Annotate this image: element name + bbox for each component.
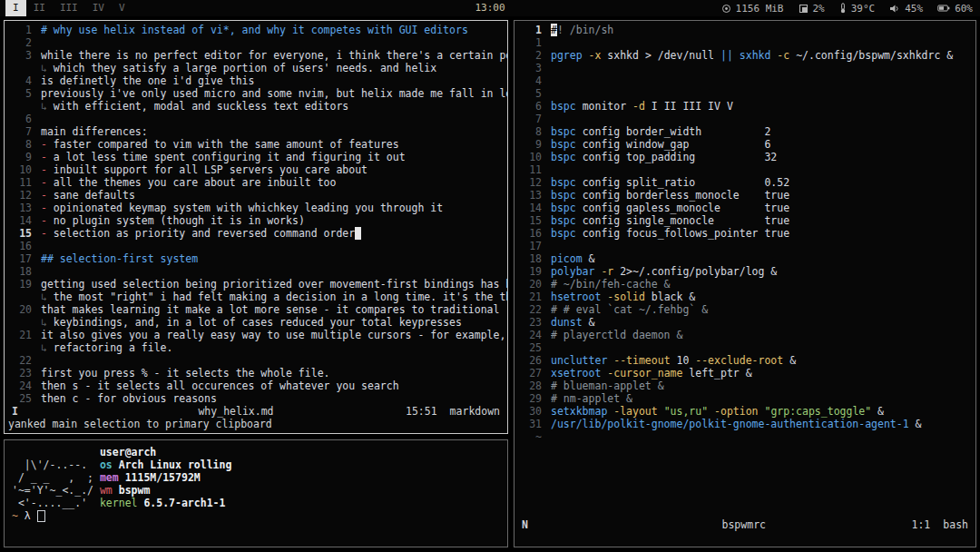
right-editor-code: 1#! /bin/sh12pgrep -x sxhkd > /dev/null … [514, 21, 975, 443]
editor-line: ↳ the most "right" i had felt making a d… [5, 291, 507, 303]
line-number: 9 [5, 151, 32, 163]
editor-line: 19getting used selection being prioritiz… [5, 278, 507, 291]
line-number: 9 [514, 138, 542, 151]
line-number: 20 [5, 303, 32, 316]
editor-line: 18picom & [514, 252, 975, 265]
editor-line: 24# playerctld daemon & [514, 329, 975, 341]
editor-line: 17## selection-first system [5, 252, 507, 265]
line-number [5, 316, 32, 329]
editor-line: 9bspc config window_gap 6 [514, 138, 975, 151]
editor-line: ↳ refactoring a file. [5, 341, 507, 354]
editor-line: ~ [514, 430, 975, 443]
editor-line: 21it also gives you a really easy way to… [5, 329, 507, 341]
right-filename: bspwmrc [576, 518, 912, 531]
line-number: 24 [514, 329, 542, 341]
editor-line: 5 [514, 87, 975, 100]
line-number: 21 [514, 291, 542, 303]
workspace-II[interactable]: II [26, 0, 53, 16]
volume-icon [889, 4, 900, 14]
workspace-III[interactable]: III [53, 0, 85, 16]
line-number: 3 [5, 49, 32, 62]
battery-icon [937, 4, 950, 13]
volume-module[interactable]: 45% [889, 3, 923, 15]
terminal-window[interactable]: user@arch |\'/-..--. os Arch Linux rolli… [4, 439, 508, 547]
line-number: 15 [5, 227, 32, 240]
terminal-line: ~ λ [12, 509, 507, 522]
memory-module: 1156 MiB [721, 3, 784, 15]
editor-line: 29# nm-applet & [514, 392, 975, 405]
text-cursor [355, 227, 361, 240]
editor-line: 6 [5, 113, 507, 125]
line-number: 21 [5, 329, 32, 341]
line-number: 4 [514, 74, 542, 87]
text-cursor: # [551, 24, 557, 36]
line-number: 25 [5, 392, 32, 405]
editor-line: 18 [5, 265, 507, 278]
editor-line: 3while there is no perfect editor for ev… [5, 49, 507, 62]
line-number: 6 [5, 113, 32, 125]
line-number: 14 [514, 202, 542, 214]
editor-line: 17 [514, 240, 975, 252]
helix-editor-left[interactable]: 1# why use helix instead of vi*, and why… [4, 20, 508, 434]
line-number: 11 [514, 163, 542, 176]
line-number: 13 [5, 202, 32, 214]
editor-line: 23first you press % - it selects the who… [5, 367, 507, 380]
editor-line: ↳ keybindings, and, in a lot of cases re… [5, 316, 507, 329]
editor-line: 15bspc config single_monocle true [514, 214, 975, 227]
polybar: I II III IV V 13:00 1156 MiB 2% 39°C 45%… [0, 0, 980, 16]
editor-line: 9- a lot less time spent configuring it … [5, 151, 507, 163]
line-number: 17 [514, 240, 542, 252]
terminal-line: / _ _ , ; mem 1115M/15792M [12, 471, 507, 484]
editor-line: 22# # eval `cat ~/.fehbg` & [514, 303, 975, 316]
line-number: 2 [5, 36, 32, 49]
editor-line: 7main differences: [5, 125, 507, 138]
line-number: 1 [514, 24, 542, 36]
editor-line: 27xsetroot -cursor_name left_ptr & [514, 367, 975, 380]
workspace-I[interactable]: I [5, 0, 26, 16]
line-number: 5 [5, 87, 32, 100]
helix-editor-right[interactable]: 1#! /bin/sh12pgrep -x sxhkd > /dev/null … [514, 20, 976, 547]
editor-line: 1 [514, 36, 975, 49]
workspace-list: I II III IV V [5, 0, 132, 16]
editor-line: 26unclutter --timeout 10 --exclude-root … [514, 354, 975, 367]
editor-line: 3 [514, 62, 975, 74]
temperature-value: 39°C [851, 3, 876, 15]
line-number: 28 [514, 380, 542, 392]
editor-line: ↳ which they satisfy a large portion of … [5, 62, 507, 74]
editor-line: 12bspc config split_ratio 0.52 [514, 176, 975, 189]
right-language: bash [943, 518, 968, 531]
editor-line: 22 [5, 354, 507, 367]
line-number: 1 [5, 24, 32, 36]
terminal-output: user@arch |\'/-..--. os Arch Linux rolli… [5, 440, 507, 522]
line-number: 8 [514, 125, 542, 138]
line-number: 22 [5, 354, 32, 367]
right-cursor-position: 1:1 [912, 518, 931, 531]
workspace-V[interactable]: V [112, 0, 132, 16]
line-number: 23 [514, 316, 542, 329]
editor-line: 4is definetly the one i'd give this [5, 74, 507, 87]
editor-line: 13bspc config borderless_monocle true [514, 189, 975, 202]
battery-value: 60% [955, 3, 973, 15]
left-editor-code: 1# why use helix instead of vi*, and why… [5, 21, 507, 405]
terminal-cursor [37, 510, 45, 522]
line-number: 20 [514, 278, 542, 291]
line-number: 30 [514, 405, 542, 418]
line-number: ~ [514, 430, 542, 443]
left-cursor-position: 15:51 [406, 405, 437, 418]
line-number: 25 [514, 341, 542, 354]
line-number: 10 [514, 151, 542, 163]
line-number: 27 [514, 367, 542, 380]
line-number [5, 341, 32, 354]
editor-line: 14- no plugin system (though it is in wo… [5, 214, 507, 227]
workspace-IV[interactable]: IV [85, 0, 112, 16]
line-number: 29 [514, 392, 542, 405]
line-number: 23 [5, 367, 32, 380]
line-number: 15 [514, 214, 542, 227]
editor-line: 1#! /bin/sh [514, 24, 975, 36]
right-statusline: N bspwmrc 1:1 bash [514, 518, 975, 531]
left-filename: why_helix.md [66, 405, 406, 418]
terminal-line: <'-....__.' kernel 6.5.7-arch1-1 [12, 497, 507, 509]
editor-line: 10bspc config top_padding 32 [514, 151, 975, 163]
battery-module: 60% [937, 3, 973, 15]
temperature-icon [839, 3, 847, 14]
